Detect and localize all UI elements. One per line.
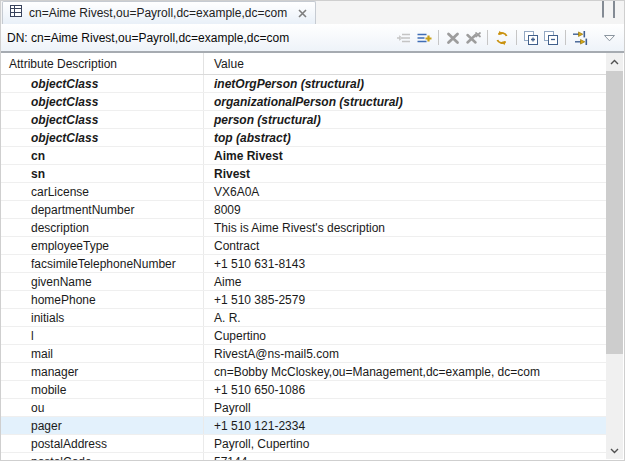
attribute-value[interactable]: inetOrgPerson (structural) [204, 75, 606, 92]
view-menu-icon[interactable] [599, 29, 619, 47]
table-row[interactable]: mailRivestA@ns-mail5.com [1, 345, 606, 363]
attribute-value[interactable]: top (abstract) [204, 129, 606, 146]
attribute-name[interactable]: ou [1, 399, 204, 416]
scroll-down-icon[interactable] [606, 442, 623, 459]
scrollbar-thumb[interactable] [606, 71, 623, 354]
attribute-name[interactable]: cn [1, 147, 204, 164]
scroll-up-icon[interactable] [606, 53, 623, 70]
table-row[interactable]: objectClassinetOrgPerson (structural) [1, 75, 606, 93]
table-row[interactable]: pager+1 510 121-2334 [1, 417, 606, 435]
attribute-value[interactable]: Cupertino [204, 327, 606, 344]
table-header: Attribute Description Value [1, 53, 606, 75]
attribute-name[interactable]: facsimileTelephoneNumber [1, 255, 204, 272]
attribute-value[interactable]: person (structural) [204, 111, 606, 128]
table-row[interactable]: cnAime Rivest [1, 147, 606, 165]
view-controls [602, 0, 624, 24]
edit-value-icon[interactable] [394, 29, 414, 47]
attribute-name[interactable]: objectClass [1, 111, 204, 128]
attribute-name[interactable]: description [1, 219, 204, 236]
table-row[interactable]: ouPayroll [1, 399, 606, 417]
minimize-view-icon[interactable] [602, 0, 604, 18]
editor-tab-strip: cn=Aime Rivest,ou=Payroll,dc=example,dc=… [1, 1, 624, 24]
maximize-view-icon[interactable] [613, 0, 615, 18]
table-row[interactable]: managercn=Bobby McCloskey,ou=Management,… [1, 363, 606, 381]
delete-all-icon[interactable] [463, 29, 483, 47]
column-header-attribute[interactable]: Attribute Description [1, 53, 204, 74]
attribute-value[interactable]: RivestA@ns-mail5.com [204, 345, 606, 362]
refresh-icon[interactable] [492, 29, 512, 47]
table-row[interactable]: employeeTypeContract [1, 237, 606, 255]
attribute-value[interactable]: +1 510 631-8143 [204, 255, 606, 272]
attribute-value[interactable]: 8009 [204, 201, 606, 218]
dn-toolbar-buttons [394, 29, 619, 47]
toolbar-separator [438, 30, 439, 45]
attribute-value[interactable]: +1 510 650-1086 [204, 381, 606, 398]
attribute-name[interactable]: homePhone [1, 291, 204, 308]
close-icon[interactable] [297, 8, 308, 19]
attribute-value[interactable]: cn=Bobby McCloskey,ou=Management,dc=exam… [204, 363, 606, 380]
attribute-name[interactable]: employeeType [1, 237, 204, 254]
attribute-value[interactable]: 57144 [204, 453, 606, 460]
expand-all-icon[interactable] [521, 29, 541, 47]
attribute-value[interactable]: A. R. [204, 309, 606, 326]
attribute-value[interactable]: Rivest [204, 165, 606, 182]
vertical-scrollbar[interactable] [606, 53, 623, 459]
attribute-value[interactable]: Aime [204, 273, 606, 290]
toolbar-separator [565, 30, 566, 45]
collapse-all-icon[interactable] [541, 29, 561, 47]
table-body: objectClassinetOrgPerson (structural)obj… [1, 75, 606, 460]
table-row[interactable]: givenNameAime [1, 273, 606, 291]
column-header-value[interactable]: Value [204, 53, 606, 74]
attribute-name[interactable]: objectClass [1, 129, 204, 146]
attribute-name[interactable]: postalCode [1, 453, 204, 460]
table-row[interactable]: carLicenseVX6A0A [1, 183, 606, 201]
attributes-table: Attribute Description Value objectClassi… [1, 53, 606, 460]
attribute-value[interactable]: +1 510 121-2334 [204, 417, 606, 434]
table-row[interactable]: initialsA. R. [1, 309, 606, 327]
attribute-name[interactable]: sn [1, 165, 204, 182]
table-row[interactable]: mobile+1 510 650-1086 [1, 381, 606, 399]
fetch-operational-attributes-icon[interactable] [570, 29, 590, 47]
attribute-value[interactable]: Payroll [204, 399, 606, 416]
delete-icon[interactable] [443, 29, 463, 47]
attribute-value[interactable]: Contract [204, 237, 606, 254]
attribute-name[interactable]: manager [1, 363, 204, 380]
entry-editor-window: cn=Aime Rivest,ou=Payroll,dc=example,dc=… [0, 0, 625, 461]
table-row[interactable]: homePhone+1 510 385-2579 [1, 291, 606, 309]
toolbar-separator [516, 30, 517, 45]
attribute-value[interactable]: This is Aime Rivest's description [204, 219, 606, 236]
attribute-name[interactable]: givenName [1, 273, 204, 290]
table-row[interactable]: departmentNumber8009 [1, 201, 606, 219]
table-row[interactable]: facsimileTelephoneNumber+1 510 631-8143 [1, 255, 606, 273]
table-row[interactable]: objectClassperson (structural) [1, 111, 606, 129]
attribute-name[interactable]: postalAddress [1, 435, 204, 452]
attribute-name[interactable]: pager [1, 417, 204, 434]
table-row[interactable]: postalAddressPayroll, Cupertino [1, 435, 606, 453]
attribute-name[interactable]: objectClass [1, 75, 204, 92]
tab-title: cn=Aime Rivest,ou=Payroll,dc=example,dc=… [29, 6, 287, 20]
table-row[interactable]: postalCode57144 [1, 453, 606, 460]
dn-label: DN: cn=Aime Rivest,ou=Payroll,dc=example… [7, 31, 289, 45]
attribute-value[interactable]: Aime Rivest [204, 147, 606, 164]
attribute-name[interactable]: l [1, 327, 204, 344]
attribute-name[interactable]: objectClass [1, 93, 204, 110]
table-row[interactable]: lCupertino [1, 327, 606, 345]
attribute-value[interactable]: organizationalPerson (structural) [204, 93, 606, 110]
table-row[interactable]: objectClasstop (abstract) [1, 129, 606, 147]
attribute-name[interactable]: mobile [1, 381, 204, 398]
attribute-name[interactable]: carLicense [1, 183, 204, 200]
table-row[interactable]: objectClassorganizationalPerson (structu… [1, 93, 606, 111]
dn-toolbar: DN: cn=Aime Rivest,ou=Payroll,dc=example… [1, 24, 624, 53]
attribute-value[interactable]: +1 510 385-2579 [204, 291, 606, 308]
new-value-icon[interactable] [414, 29, 434, 47]
editor-tab[interactable]: cn=Aime Rivest,ou=Payroll,dc=example,dc=… [2, 1, 316, 24]
attribute-name[interactable]: mail [1, 345, 204, 362]
table-row[interactable]: snRivest [1, 165, 606, 183]
entry-editor-icon [9, 4, 23, 22]
attribute-value[interactable]: VX6A0A [204, 183, 606, 200]
toolbar-separator [487, 30, 488, 45]
attribute-name[interactable]: initials [1, 309, 204, 326]
attribute-name[interactable]: departmentNumber [1, 201, 204, 218]
attribute-value[interactable]: Payroll, Cupertino [204, 435, 606, 452]
table-row[interactable]: descriptionThis is Aime Rivest's descrip… [1, 219, 606, 237]
